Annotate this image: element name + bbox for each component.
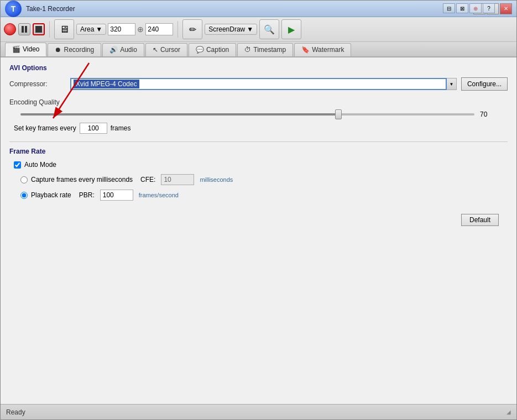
pbr-label-text: PBR: bbox=[79, 191, 95, 199]
status-bar: Ready ◢ bbox=[1, 404, 516, 419]
cursor-tab-label: Cursor bbox=[160, 46, 180, 54]
compressor-select-display[interactable]: Xvid MPEG-4 Codec bbox=[70, 78, 447, 90]
status-text: Ready bbox=[6, 408, 25, 416]
main-toolbar: 🖥 Area ▼ ⊕ ✏ ScreenDraw ▼ 🔍 ▶ bbox=[1, 17, 516, 42]
audio-tab-label: Audio bbox=[120, 46, 137, 54]
capture-frames-row: Capture frames every milliseconds CFE: m… bbox=[9, 174, 508, 185]
watermark-tab-icon: 🔖 bbox=[301, 46, 310, 54]
dimension-separator: ⊕ bbox=[137, 25, 144, 34]
close-button[interactable]: ✕ bbox=[500, 3, 512, 14]
pbr-unit: frames/second bbox=[139, 192, 179, 198]
cursor-tab-icon: ↖ bbox=[153, 46, 158, 54]
keyframes-label: Set key frames every bbox=[14, 124, 76, 132]
keyframes-unit: frames bbox=[111, 124, 131, 132]
video-tab-icon: 🎬 bbox=[12, 45, 20, 53]
frame-rate-title: Frame Rate bbox=[9, 148, 508, 155]
compressor-dropdown-arrow[interactable]: ▼ bbox=[447, 78, 457, 90]
divider-1 bbox=[9, 141, 508, 142]
default-button[interactable]: Default bbox=[461, 214, 499, 226]
tabs-bar: 🎬 Video ⏺ Recording 🔊 Audio ↖ Cursor 💬 C… bbox=[1, 42, 516, 57]
compressor-row: Compressor: Xvid MPEG-4 Codec ▼ Configur… bbox=[9, 77, 508, 91]
compact-btn-4[interactable]: ? bbox=[483, 3, 495, 13]
quality-slider-track[interactable] bbox=[20, 113, 474, 116]
avi-options-section: AVI Options Compressor: Xvid MPEG-4 Code… bbox=[9, 64, 508, 91]
screendraw-dropdown-icon: ▼ bbox=[247, 25, 253, 33]
capture-frames-radio[interactable] bbox=[20, 176, 28, 183]
encoding-quality-title: Encoding Quality bbox=[9, 98, 508, 106]
tab-audio[interactable]: 🔊 Audio bbox=[102, 43, 144, 56]
cfe-input[interactable] bbox=[161, 174, 194, 185]
recording-tab-label: Recording bbox=[64, 46, 94, 54]
quality-slider-fill bbox=[20, 113, 338, 116]
configure-button[interactable]: Configure... bbox=[461, 77, 508, 91]
main-window: T Take-1 Recorder ⊟ ⊠ ⊕ ? 🗕 🗗 ✕ bbox=[0, 0, 517, 420]
area-button[interactable]: Area ▼ bbox=[76, 24, 106, 35]
cfe-label-text: CFE: bbox=[140, 176, 155, 183]
video-tab-label: Video bbox=[23, 45, 39, 53]
cfe-unit: milliseconds bbox=[200, 176, 233, 183]
area-label: Area bbox=[80, 25, 94, 33]
compact-btn-1[interactable]: ⊟ bbox=[443, 3, 455, 13]
auto-mode-label: Auto Mode bbox=[24, 161, 56, 169]
keyframes-row: Set key frames every frames bbox=[9, 123, 508, 134]
tab-caption[interactable]: 💬 Caption bbox=[189, 43, 236, 56]
height-input[interactable] bbox=[145, 23, 173, 35]
playback-rate-label: Playback rate bbox=[31, 191, 71, 199]
tab-cursor[interactable]: ↖ Cursor bbox=[145, 43, 187, 56]
resize-handle: ◢ bbox=[506, 409, 511, 415]
tab-recording[interactable]: ⏺ Recording bbox=[48, 43, 101, 56]
keyframes-input[interactable] bbox=[80, 123, 107, 134]
monitor-button[interactable]: 🖥 bbox=[54, 19, 74, 39]
playback-rate-radio[interactable] bbox=[20, 192, 28, 199]
zoom-button[interactable]: 🔍 bbox=[259, 19, 279, 39]
separator-1 bbox=[49, 21, 50, 38]
recording-tab-icon: ⏺ bbox=[55, 46, 61, 54]
pause-button[interactable] bbox=[18, 23, 30, 35]
timestamp-tab-label: Timestamp bbox=[253, 46, 286, 54]
record-controls bbox=[4, 23, 45, 35]
caption-tab-icon: 💬 bbox=[196, 46, 204, 54]
play-button[interactable]: ▶ bbox=[281, 19, 301, 39]
area-control: Area ▼ ⊕ bbox=[76, 23, 173, 35]
screendraw-button[interactable]: ScreenDraw ▼ bbox=[205, 24, 257, 35]
title-bar: T Take-1 Recorder ⊟ ⊠ ⊕ ? 🗕 🗗 ✕ bbox=[1, 1, 516, 17]
screendraw-label: ScreenDraw bbox=[208, 25, 245, 33]
separator-2 bbox=[177, 21, 178, 38]
compact-btn-3[interactable]: ⊕ bbox=[469, 3, 482, 13]
frame-rate-section: Frame Rate Auto Mode Capture frames ever… bbox=[9, 148, 508, 201]
area-dropdown-icon: ▼ bbox=[96, 25, 102, 33]
width-input[interactable] bbox=[108, 23, 135, 35]
capture-frames-label: Capture frames every milliseconds bbox=[31, 176, 133, 183]
quality-slider-thumb[interactable] bbox=[335, 109, 342, 119]
compressor-value: Xvid MPEG-4 Codec bbox=[74, 80, 139, 88]
pbr-input[interactable] bbox=[100, 190, 133, 201]
stop-button[interactable] bbox=[33, 23, 45, 35]
compact-btn-2[interactable]: ⊠ bbox=[456, 3, 468, 13]
compressor-label: Compressor: bbox=[9, 80, 70, 88]
app-logo: T bbox=[5, 1, 22, 17]
default-btn-row: Default bbox=[9, 208, 508, 232]
record-button[interactable] bbox=[4, 23, 16, 35]
auto-mode-checkbox[interactable] bbox=[14, 161, 21, 169]
quality-slider-row: 70 bbox=[9, 111, 508, 118]
audio-tab-icon: 🔊 bbox=[109, 46, 118, 54]
quality-value: 70 bbox=[480, 111, 497, 118]
auto-mode-row: Auto Mode bbox=[9, 161, 508, 169]
avi-section-title: AVI Options bbox=[9, 64, 508, 72]
timestamp-tab-icon: ⏱ bbox=[244, 46, 251, 54]
tab-timestamp[interactable]: ⏱ Timestamp bbox=[237, 43, 293, 56]
pencil-button[interactable]: ✏ bbox=[182, 19, 202, 39]
tab-video[interactable]: 🎬 Video bbox=[5, 43, 46, 56]
caption-tab-label: Caption bbox=[206, 46, 229, 54]
content-area: AVI Options Compressor: Xvid MPEG-4 Code… bbox=[1, 57, 516, 404]
watermark-tab-label: Watermark bbox=[312, 46, 344, 54]
compressor-select-wrapper: Xvid MPEG-4 Codec ▼ bbox=[70, 78, 457, 90]
tab-watermark[interactable]: 🔖 Watermark bbox=[294, 43, 351, 56]
window-title: Take-1 Recorder bbox=[26, 5, 75, 13]
encoding-quality-section: Encoding Quality 70 Set key frames every… bbox=[9, 98, 508, 134]
playback-rate-row: Playback rate PBR: frames/second bbox=[9, 190, 508, 201]
